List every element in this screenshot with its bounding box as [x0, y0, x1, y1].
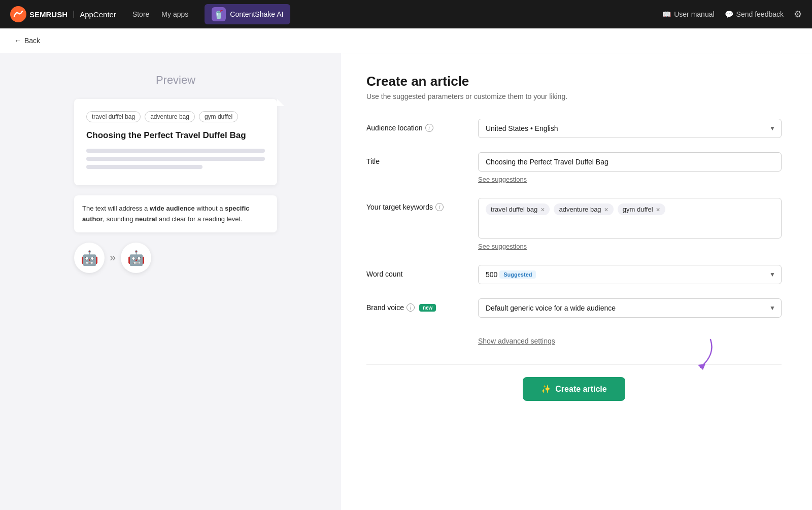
semrush-logo[interactable]: SEMRUSH | AppCenter [10, 6, 116, 22]
title-row: Title See suggestions [366, 152, 782, 184]
brand-voice-info-icon[interactable]: i [407, 303, 415, 312]
title-see-suggestions-link[interactable]: See suggestions [478, 176, 527, 183]
settings-icon[interactable]: ⚙ [794, 9, 802, 20]
brand-voice-label: Brand voice i new [366, 298, 468, 312]
suggested-badge: Suggested [499, 270, 536, 279]
curved-arrow-icon [680, 334, 721, 375]
form-bottom: ✨ Create article [366, 364, 782, 401]
brand-voice-row: Brand voice i new Default generic voice … [366, 298, 782, 318]
advanced-settings-link[interactable]: Show advanced settings [478, 332, 555, 350]
brand-voice-new-badge: new [419, 304, 436, 312]
preview-line-3 [86, 165, 202, 169]
brand-divider: | [73, 10, 75, 19]
title-field: See suggestions [478, 152, 782, 184]
message-icon: 💬 [725, 10, 733, 18]
audience-location-select-wrapper: United States • English ▼ [478, 119, 782, 138]
keywords-field: travel duffel bag × adventure bag × gym … [478, 198, 782, 251]
preview-title: Preview [156, 74, 195, 87]
app-name: ContentShake AI [230, 10, 283, 18]
preview-tag: travel duffel bag [86, 111, 141, 122]
robot-after-icon: 🤖 [121, 243, 151, 273]
preview-heading: Choosing the Perfect Travel Duffel Bag [86, 129, 265, 142]
keywords-see-suggestions-link[interactable]: See suggestions [478, 243, 527, 250]
title-input[interactable] [478, 152, 782, 172]
robot-before-icon: 🤖 [74, 243, 105, 273]
form-panel: Create an article Use the suggested para… [341, 53, 812, 510]
preview-tags: travel duffel bag adventure bag gym duff… [86, 111, 265, 122]
send-feedback-link[interactable]: 💬 Send feedback [725, 10, 784, 18]
preview-tag: gym duffel [199, 111, 238, 122]
brand-text: SEMRUSH [29, 10, 67, 19]
keyword-remove-2[interactable]: × [604, 206, 608, 213]
nav-links: Store My apps [128, 8, 192, 20]
audience-location-label: Audience location i [366, 119, 468, 132]
keyword-remove-3[interactable]: × [656, 206, 660, 213]
audience-info-icon[interactable]: i [425, 124, 433, 132]
keyword-tag-2: adventure bag × [554, 203, 613, 215]
keyword-tag-1: travel duffel bag × [486, 203, 550, 215]
keyword-remove-1[interactable]: × [540, 206, 545, 213]
create-article-button[interactable]: ✨ Create article [523, 377, 625, 401]
word-count-label: Word count [366, 265, 468, 278]
brand-voice-select-wrapper: Default generic voice for a wide audienc… [478, 298, 782, 318]
back-arrow-icon: ← [14, 37, 21, 45]
brand-voice-select[interactable]: Default generic voice for a wide audienc… [478, 298, 782, 318]
keywords-label: Your target keywords i [366, 198, 468, 211]
keyword-tag-3: gym duffel × [618, 203, 665, 215]
preview-tag: adventure bag [145, 111, 195, 122]
user-manual-link[interactable]: 📖 User manual [662, 10, 714, 18]
preview-line-2 [86, 157, 265, 161]
preview-panel: Preview travel duffel bag adventure bag … [0, 53, 341, 510]
brand-voice-field: Default generic voice for a wide audienc… [478, 298, 782, 318]
store-link[interactable]: Store [128, 8, 153, 20]
keywords-input-box[interactable]: travel duffel bag × adventure bag × gym … [478, 198, 782, 239]
preview-voice-box: The text will address a wide audience wi… [74, 195, 277, 233]
svg-marker-1 [698, 364, 705, 370]
arrow-icon: » [110, 251, 116, 264]
book-icon: 📖 [662, 10, 671, 18]
nav-right: 📖 User manual 💬 Send feedback ⚙ [662, 9, 802, 20]
audience-location-field: United States • English ▼ [478, 119, 782, 138]
svg-point-0 [10, 6, 26, 22]
back-button[interactable]: ← Back [14, 37, 40, 45]
sparkle-icon: ✨ [541, 384, 551, 394]
audience-location-select[interactable]: United States • English [478, 119, 782, 138]
top-navigation: SEMRUSH | AppCenter Store My apps 🥤 Cont… [0, 0, 812, 28]
myapps-link[interactable]: My apps [157, 8, 192, 20]
app-selector[interactable]: 🥤 ContentShake AI [205, 4, 290, 24]
word-count-select-wrapper: 500 Suggested ▼ [478, 265, 782, 284]
word-count-field: 500 Suggested ▼ [478, 265, 782, 284]
keywords-info-icon[interactable]: i [435, 203, 444, 211]
preview-line-1 [86, 149, 265, 153]
preview-robots: 🤖 » 🤖 [74, 243, 277, 273]
arrow-decoration [680, 334, 721, 377]
keywords-row: Your target keywords i travel duffel bag… [366, 198, 782, 251]
word-count-display[interactable]: 500 Suggested [478, 265, 782, 284]
form-subtitle: Use the suggested parameters or customiz… [366, 92, 782, 100]
semrush-icon [10, 6, 26, 22]
word-count-row: Word count 500 Suggested ▼ [366, 265, 782, 284]
title-label: Title [366, 152, 468, 165]
preview-card: travel duffel bag adventure bag gym duff… [74, 99, 277, 185]
app-icon: 🥤 [212, 7, 226, 21]
advanced-settings-field: Show advanced settings [478, 332, 782, 350]
main-content: Preview travel duffel bag adventure bag … [0, 53, 812, 510]
form-title: Create an article [366, 74, 782, 89]
breadcrumb-bar: ← Back [0, 28, 812, 53]
appcenter-text: AppCenter [80, 10, 116, 19]
audience-location-row: Audience location i United States • Engl… [366, 119, 782, 138]
